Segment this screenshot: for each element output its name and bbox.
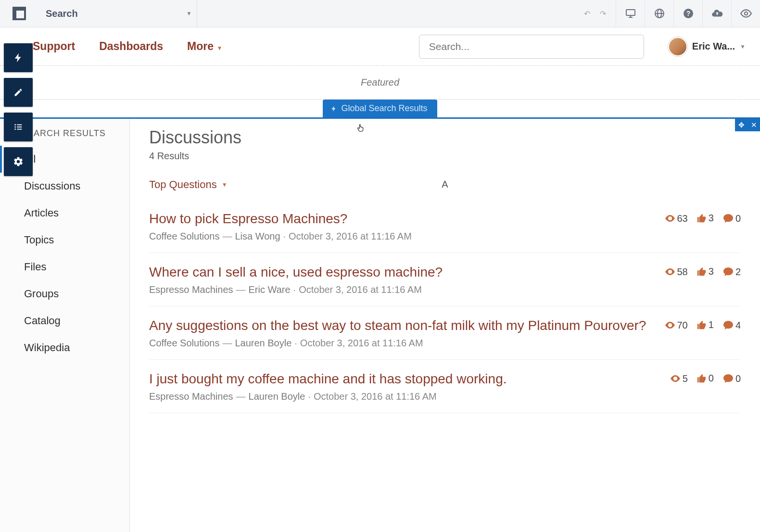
question-space[interactable]: Espresso Machines — [149, 284, 233, 295]
settings-tool[interactable] — [4, 147, 33, 176]
gsr-tab-wrap: Global Search Results — [0, 100, 760, 117]
question-date: October 3, 2016 at 11:16 AM — [289, 231, 412, 241]
question-title[interactable]: How to pick Espresso Machines? — [149, 210, 655, 227]
sidebar-item-groups[interactable]: Groups — [0, 280, 129, 307]
sidebar-item-wikipedia[interactable]: Wikipedia — [0, 334, 129, 361]
nav-more[interactable]: More ▼ — [187, 40, 222, 53]
comments-stat: 0 — [722, 213, 741, 224]
desktop-icon[interactable] — [616, 0, 645, 27]
bolt-tool[interactable] — [4, 43, 33, 72]
svg-rect-0 — [626, 10, 635, 15]
svg-point-11 — [14, 127, 16, 128]
svg-point-17 — [669, 324, 671, 326]
question-author[interactable]: Lauren Boyle — [235, 338, 291, 348]
page-selector[interactable]: Search ▼ — [38, 0, 197, 27]
question-author[interactable]: Lauren Boyle — [249, 391, 305, 402]
views-stat: 5 — [670, 373, 688, 384]
question-item: Where can I sell a nice, used espresso m… — [149, 253, 741, 306]
eye-icon — [664, 213, 676, 224]
question-author[interactable]: Lisa Wong — [235, 231, 280, 241]
question-date: October 3, 2016 at 11:16 AM — [300, 338, 423, 348]
redo-icon[interactable]: ↷ — [600, 9, 606, 18]
site-nav: Support Dashboards More ▼ Eric Wa... ▼ — [0, 27, 760, 66]
undo-icon[interactable]: ↶ — [584, 9, 590, 18]
caret-down-icon: ▼ — [740, 43, 746, 50]
question-meta: Coffee Solutions—Lauren Boyle·October 3,… — [149, 338, 655, 349]
views-stat: 63 — [664, 213, 688, 224]
caret-down-icon: ▼ — [222, 181, 228, 188]
svg-point-9 — [14, 124, 16, 126]
svg-text:?: ? — [686, 10, 690, 17]
question-title[interactable]: I just bought my coffee machine and it h… — [149, 370, 660, 387]
question-title[interactable]: Where can I sell a nice, used espresso m… — [149, 264, 655, 280]
eye-icon — [664, 266, 676, 278]
help-icon[interactable]: ? — [673, 0, 702, 27]
comments-stat: 4 — [722, 319, 741, 331]
views-stat: 58 — [664, 266, 688, 278]
question-space[interactable]: Espresso Machines — [149, 391, 233, 402]
component-frame: ✥ ✕ ARCH RESULTS All Discussions Article… — [0, 117, 760, 532]
nav-support[interactable]: Support — [33, 40, 75, 53]
question-author[interactable]: Eric Ware — [249, 284, 291, 295]
likes-stat: 0 — [697, 373, 714, 384]
svg-rect-10 — [17, 125, 22, 126]
sidebar-item-files[interactable]: Files — [0, 253, 129, 280]
like-icon — [697, 373, 707, 384]
question-stats: 500 — [670, 370, 741, 402]
app-logo[interactable] — [0, 7, 38, 20]
svg-point-15 — [669, 217, 671, 219]
svg-point-8 — [744, 12, 747, 15]
cloud-upload-icon[interactable] — [702, 0, 731, 27]
gear-icon[interactable] — [174, 9, 183, 18]
sidebar-item-discussions[interactable]: Discussions — [0, 173, 129, 200]
comments-stat: 0 — [722, 373, 741, 384]
left-tool-rail — [4, 43, 33, 176]
sidebar-item-catalog[interactable]: Catalog — [0, 307, 129, 334]
svg-point-13 — [14, 128, 16, 130]
page-selector-label: Search — [46, 8, 78, 19]
sort-label: Top Questions — [149, 178, 217, 191]
question-space[interactable]: Coffee Solutions — [149, 231, 219, 241]
question-item: Any suggestions on the best way to steam… — [149, 306, 741, 360]
question-title[interactable]: Any suggestions on the best way to steam… — [149, 317, 655, 334]
sidebar-item-articles[interactable]: Articles — [0, 200, 129, 227]
comments-stat: 2 — [722, 266, 741, 278]
results-count: 4 Results — [149, 151, 741, 162]
gsr-label: Global Search Results — [341, 103, 427, 114]
sidebar-item-topics[interactable]: Topics — [0, 227, 129, 253]
list-tool[interactable] — [4, 113, 33, 141]
views-stat: 70 — [664, 319, 688, 331]
featured-strip: Featured — [0, 66, 760, 100]
comment-icon — [722, 373, 734, 384]
results-heading: Discussions — [149, 127, 741, 148]
question-date: October 3, 2016 at 11:16 AM — [299, 284, 422, 295]
question-meta: Espresso Machines—Lauren Boyle·October 3… — [149, 391, 660, 402]
question-date: October 3, 2016 at 11:16 AM — [314, 391, 437, 402]
like-icon — [697, 320, 707, 330]
question-meta: Espresso Machines—Eric Ware·October 3, 2… — [149, 284, 655, 295]
globe-icon[interactable] — [645, 0, 673, 27]
question-space[interactable]: Coffee Solutions — [149, 338, 219, 348]
question-meta: Coffee Solutions—Lisa Wong·October 3, 20… — [149, 231, 655, 242]
caret-down-icon: ▼ — [186, 10, 192, 17]
letter-marker: A — [149, 179, 741, 190]
edit-tool[interactable] — [4, 78, 33, 107]
comment-icon — [722, 319, 734, 331]
likes-stat: 1 — [697, 319, 714, 330]
comment-icon — [722, 213, 734, 224]
question-stats: 7014 — [664, 317, 741, 349]
svg-rect-12 — [17, 127, 22, 127]
svg-point-16 — [669, 271, 671, 273]
svg-point-18 — [674, 378, 676, 380]
preview-icon[interactable] — [731, 0, 760, 27]
user-menu[interactable]: Eric Wa... ▼ — [668, 37, 746, 56]
featured-label: Featured — [361, 77, 399, 88]
builder-toolbar: Search ▼ ↶ ↷ ? — [0, 0, 760, 27]
results-panel: Discussions 4 Results Top Questions ▼ A … — [130, 119, 760, 532]
svg-rect-14 — [17, 129, 22, 130]
search-input[interactable] — [419, 35, 644, 59]
global-search-results-tab[interactable]: Global Search Results — [323, 100, 437, 117]
question-item: How to pick Espresso Machines?Coffee Sol… — [149, 200, 741, 253]
nav-dashboards[interactable]: Dashboards — [99, 40, 163, 53]
eye-icon — [670, 373, 681, 384]
